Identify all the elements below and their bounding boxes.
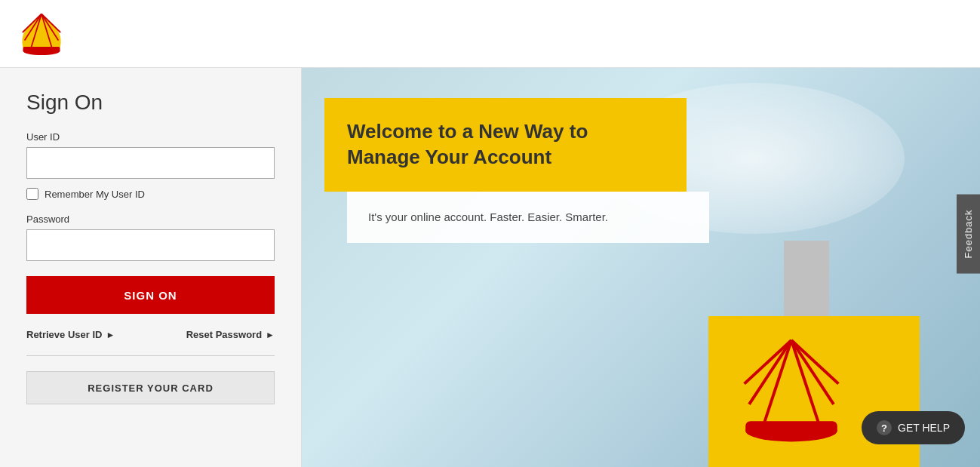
welcome-subtitle: It's your online account. Faster. Easier… (368, 208, 688, 226)
retrieve-user-id-label: Retrieve User ID (26, 329, 102, 340)
retrieve-user-id-link[interactable]: Retrieve User ID ► (26, 329, 115, 340)
password-input[interactable] (26, 229, 275, 261)
get-help-label: GET HELP (898, 422, 950, 434)
password-label: Password (26, 214, 275, 225)
user-id-input[interactable] (26, 147, 275, 179)
retrieve-arrow-icon: ► (106, 330, 115, 340)
register-card-button[interactable]: REGISTER YOUR CARD (26, 371, 275, 404)
get-help-button[interactable]: ? GET HELP (862, 411, 965, 444)
sign-on-panel: Sign On User ID Remember My User ID Pass… (0, 68, 302, 467)
welcome-banner: Welcome to a New Way toManage Your Accou… (324, 98, 687, 192)
sign-on-button[interactable]: SIGN ON (26, 276, 275, 314)
reset-password-label: Reset Password (186, 329, 262, 340)
svg-rect-7 (23, 46, 60, 51)
remember-row: Remember My User ID (26, 188, 275, 200)
reset-password-link[interactable]: Reset Password ► (186, 329, 275, 340)
remember-checkbox[interactable] (26, 188, 38, 200)
main-content: Sign On User ID Remember My User ID Pass… (0, 68, 980, 467)
shell-logo-large (731, 328, 852, 452)
header (0, 0, 980, 68)
links-row: Retrieve User ID ► Reset Password ► (26, 329, 275, 356)
shell-logo (15, 6, 68, 62)
feedback-label: Feedback (963, 209, 974, 258)
svg-rect-15 (745, 421, 837, 435)
question-icon: ? (877, 420, 892, 435)
sign-on-title: Sign On (26, 91, 275, 115)
welcome-subtitle-box: It's your online account. Faster. Easier… (347, 192, 709, 243)
welcome-area: Welcome to a New Way toManage Your Accou… (302, 68, 980, 467)
welcome-title: Welcome to a New Way toManage Your Accou… (347, 119, 664, 171)
feedback-tab[interactable]: Feedback (957, 194, 980, 273)
reset-arrow-icon: ► (266, 330, 275, 340)
user-id-label: User ID (26, 131, 275, 143)
remember-label[interactable]: Remember My User ID (45, 189, 145, 200)
